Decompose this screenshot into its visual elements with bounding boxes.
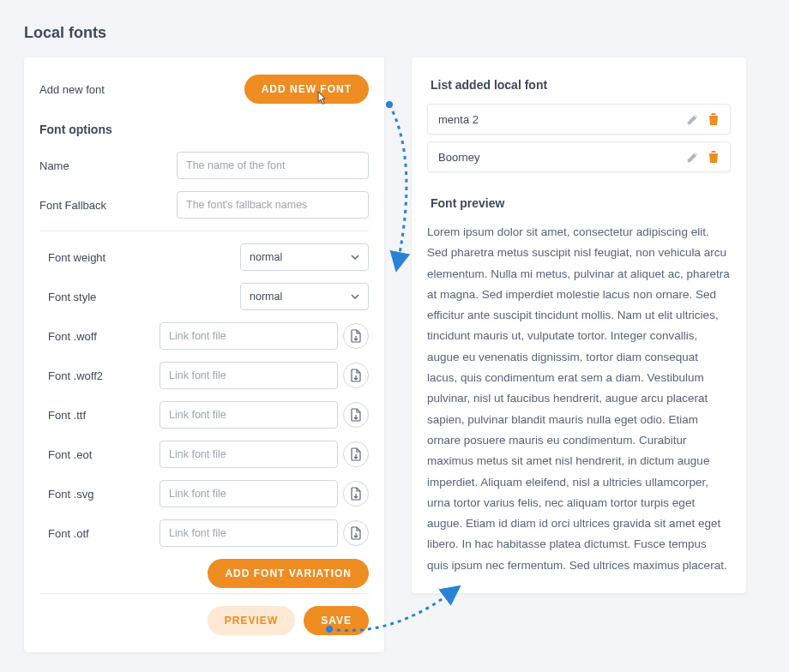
add-new-font-label: Add new font	[39, 83, 105, 96]
font-weight-select[interactable]: normal	[240, 243, 369, 271]
preview-button[interactable]: PREVIEW	[208, 606, 295, 635]
list-added-title: List added local font	[431, 78, 731, 92]
font-list-item: Boorney	[427, 141, 731, 172]
page-title: Local fonts	[24, 24, 765, 42]
font-file-input[interactable]	[160, 519, 338, 547]
file-picker-icon[interactable]	[343, 520, 369, 546]
add-font-panel: Add new font ADD NEW FONT Font options N…	[24, 57, 384, 652]
fallback-label: Font Fallback	[39, 199, 168, 212]
file-picker-icon[interactable]	[343, 402, 369, 428]
font-file-input[interactable]	[160, 362, 338, 389]
font-item-name: menta 2	[438, 113, 678, 126]
font-file-label: Font .woff	[39, 330, 151, 343]
font-style-select[interactable]: normal	[240, 283, 369, 310]
font-list-panel: List added local font menta 2Boorney Fon…	[412, 57, 746, 593]
add-font-variation-button[interactable]: ADD FONT VARIATION	[208, 559, 369, 588]
font-file-label: Font .eot	[39, 448, 151, 461]
font-style-label: Font style	[39, 291, 151, 303]
font-file-label: Font .svg	[39, 488, 151, 501]
font-item-name: Boorney	[438, 151, 678, 164]
separator	[39, 593, 369, 594]
save-button[interactable]: SAVE	[304, 606, 369, 635]
font-preview-title: Font preview	[431, 196, 731, 210]
font-file-input[interactable]	[160, 401, 338, 429]
font-file-input[interactable]	[160, 480, 338, 507]
delete-icon[interactable]	[708, 112, 720, 126]
file-picker-icon[interactable]	[343, 441, 369, 467]
add-new-font-button[interactable]: ADD NEW FONT	[244, 75, 369, 104]
font-options-title: Font options	[39, 123, 369, 136]
file-picker-icon[interactable]	[343, 481, 369, 507]
font-file-input[interactable]	[160, 322, 338, 350]
font-file-label: Font .woff2	[39, 369, 151, 382]
font-file-label: Font .otf	[39, 527, 151, 540]
font-weight-label: Font weight	[39, 251, 151, 264]
edit-icon[interactable]	[686, 151, 699, 164]
edit-icon[interactable]	[686, 113, 699, 126]
file-picker-icon[interactable]	[343, 363, 369, 388]
font-preview-text: Lorem ipsum dolor sit amet, consectetur …	[427, 222, 731, 576]
font-list-item: menta 2	[427, 104, 731, 135]
delete-icon[interactable]	[708, 150, 720, 164]
font-file-label: Font .ttf	[39, 409, 151, 422]
font-file-input[interactable]	[160, 441, 338, 468]
font-fallback-input[interactable]	[177, 191, 369, 219]
name-label: Name	[39, 159, 168, 172]
font-name-input[interactable]	[177, 152, 369, 179]
separator	[39, 231, 369, 231]
file-picker-icon[interactable]	[343, 323, 369, 349]
